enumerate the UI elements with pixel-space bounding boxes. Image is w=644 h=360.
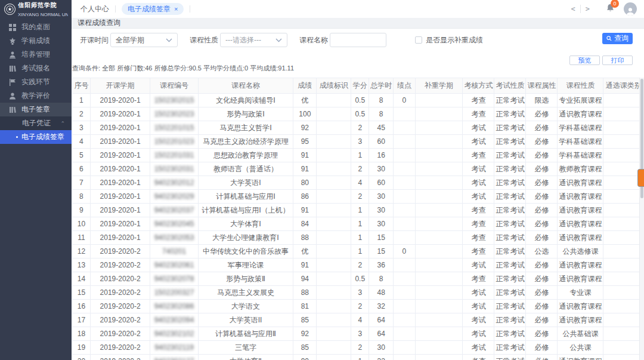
table-cell: 2019-2020-1 bbox=[90, 121, 150, 135]
table-cell: 形势与政策Ⅰ bbox=[198, 107, 293, 121]
table-row[interactable]: 112019-2020-19402302053大学生心理健康教育Ⅰ88115考查… bbox=[73, 231, 644, 245]
course-name-filter-label: 课程名称 bbox=[299, 33, 328, 47]
table-cell: 公共课 bbox=[558, 341, 603, 355]
sidebar-item[interactable]: 培养管理 bbox=[0, 48, 72, 61]
table-cell: 必修 bbox=[526, 176, 558, 190]
table-cell: 3 bbox=[351, 327, 369, 341]
avatar[interactable] bbox=[624, 2, 637, 16]
semester-select[interactable]: 全部学期 bbox=[110, 33, 178, 47]
sidebar-item-evoucher[interactable]: 电子凭证 ⌃ bbox=[0, 116, 72, 130]
table-row[interactable]: 22019-2020-11502302023形势与政策Ⅰ1000.58考查正常考… bbox=[73, 107, 644, 121]
table-row[interactable]: 52019-2020-11502201031思想政治教育学原理91116考查正常… bbox=[73, 149, 644, 162]
table-cell: 计算机基础与应用Ⅰ bbox=[198, 190, 293, 204]
table-cell: 2019-2020-1 bbox=[90, 149, 150, 162]
table-cell: 必修 bbox=[526, 286, 558, 300]
breadcrumb[interactable]: 个人中心 bbox=[80, 4, 109, 14]
column-header: 通选课类别 bbox=[603, 78, 644, 94]
table-row[interactable]: 102019-2020-19402302045大学体育Ⅰ84130考查正常考试必… bbox=[73, 217, 644, 231]
preview-button[interactable]: 预览 bbox=[569, 56, 600, 65]
table-cell: 14 bbox=[73, 272, 91, 286]
table-cell: 通识教育课程 bbox=[558, 272, 603, 286]
table-cell: 1502201031 bbox=[150, 149, 198, 162]
sidebar-item[interactable]: 考试报名 bbox=[0, 61, 72, 75]
table-cell: 0.5 bbox=[351, 272, 369, 286]
table-row[interactable]: 72019-2020-19402302012大学英语I80460考试正常考试必修… bbox=[73, 176, 644, 190]
table-cell: 2019-2020-1 bbox=[90, 94, 150, 107]
table-cell: 教师语言（普通话） bbox=[198, 162, 293, 176]
table-cell: 18 bbox=[73, 327, 91, 341]
chevron-up-icon[interactable]: ⌃ bbox=[60, 121, 65, 127]
table-cell: 优 bbox=[293, 245, 317, 259]
search-button[interactable]: 查询 bbox=[602, 33, 633, 44]
side-float-widget[interactable] bbox=[637, 169, 644, 187]
table-cell: 必修 bbox=[526, 231, 558, 245]
vertical-scrollbar[interactable] bbox=[639, 78, 644, 360]
table-cell: 91 bbox=[293, 204, 317, 217]
table-row[interactable]: 82019-2020-19402302029计算机基础与应用Ⅰ86230考试正常… bbox=[73, 190, 644, 204]
notification-badge: 0 bbox=[611, 0, 619, 8]
table-row[interactable]: 142019-2020-29402302078形势与政策Ⅱ940.58考查正常考… bbox=[73, 272, 644, 286]
table-cell: 9402302061 bbox=[150, 259, 198, 272]
table-cell: 4 bbox=[351, 313, 369, 327]
sidebar-item[interactable]: 我的桌面 bbox=[0, 20, 72, 34]
column-header: 课程名称 bbox=[198, 78, 293, 94]
course-name-input[interactable] bbox=[330, 33, 386, 47]
sidebar-item-egrade-seal[interactable]: 电子成绩签章 bbox=[0, 130, 72, 144]
course-nature-select[interactable]: ---请选择--- bbox=[220, 33, 287, 47]
show-makeup-checkbox[interactable] bbox=[415, 36, 422, 44]
table-cell bbox=[603, 300, 644, 313]
notification-bell-icon[interactable]: 0 bbox=[605, 3, 615, 15]
table-cell: 15 bbox=[369, 245, 394, 259]
sidebar-item[interactable]: 实践环节 bbox=[0, 75, 72, 89]
table-row[interactable]: 12019-2020-11502302015文化经典阅读辅导Ⅰ优0.580考查正… bbox=[73, 94, 644, 107]
table-body: 12019-2020-11502302015文化经典阅读辅导Ⅰ优0.580考查正… bbox=[73, 94, 644, 360]
table-row[interactable]: 192019-2020-29402302119三笔字85230考试正常考试必修公… bbox=[73, 341, 644, 355]
table-row[interactable]: 152019-2020-21502200327马克思主义发展史88348考试正常… bbox=[73, 286, 644, 300]
table-cell bbox=[415, 355, 463, 360]
table-row[interactable]: 42019-2020-11502201023马克思主义政治经济学原理95360考… bbox=[73, 135, 644, 149]
table-cell: 正常考试 bbox=[494, 286, 526, 300]
table-cell: 计算机基础与应用Ⅰ（上机） bbox=[198, 204, 293, 217]
table-cell: 10 bbox=[73, 217, 91, 231]
table-cell bbox=[317, 286, 351, 300]
table-cell: 2 bbox=[351, 300, 369, 313]
table-row[interactable]: 172019-2020-29402302094大学英语II85464考试正常考试… bbox=[73, 313, 644, 327]
table-cell: 军事理论课 bbox=[198, 259, 293, 272]
table-cell bbox=[603, 355, 644, 360]
table-cell: 9402302053 bbox=[150, 231, 198, 245]
table-cell bbox=[415, 217, 463, 231]
table-cell bbox=[415, 327, 463, 341]
table-cell: 1 bbox=[351, 231, 369, 245]
table-row[interactable]: 122019-2020-2740201中华传统文化中的音乐故事优1150考查正常… bbox=[73, 245, 644, 259]
table-cell: 优 bbox=[293, 94, 317, 107]
sidebar-item[interactable]: 学籍成绩 bbox=[0, 34, 72, 48]
chevron-right-icon[interactable]: > bbox=[581, 5, 595, 13]
table-row[interactable]: 202019-2020-29402302127大学体育Ⅱ90132考查正常考试必… bbox=[73, 355, 644, 360]
print-button[interactable]: 打印 bbox=[602, 56, 633, 65]
table-cell: 92 bbox=[293, 121, 317, 135]
table-cell: 通识教育课程 bbox=[558, 217, 603, 231]
table-cell bbox=[394, 327, 416, 341]
sidebar-item[interactable]: 教学评价 bbox=[0, 89, 72, 103]
table-cell: 3 bbox=[351, 135, 369, 149]
sidebar: 信阳师范学院 XINYANG NORMAL UNIVERSITY 我的桌面学籍成… bbox=[0, 0, 72, 360]
table-row[interactable]: 182019-2020-29402302102计算机基础与应用Ⅱ92364考试正… bbox=[73, 327, 644, 341]
table-row[interactable]: 92019-2020-19402302037计算机基础与应用Ⅰ（上机）91130… bbox=[73, 204, 644, 217]
table-row[interactable]: 162019-2020-29402302086大学语文81232考试正常考试必修… bbox=[73, 300, 644, 313]
table-row[interactable]: 62019-2020-11502302031教师语言（普通话）91230考试正常… bbox=[73, 162, 644, 176]
sidebar-item[interactable]: 电子签章 bbox=[0, 103, 72, 116]
semester-filter-label: 开课时间 bbox=[80, 33, 109, 47]
table-cell: 必修 bbox=[526, 204, 558, 217]
chevron-left-icon[interactable]: < bbox=[566, 5, 580, 13]
table-row[interactable]: 132019-2020-29402302061军事理论课91236考试正常考试必… bbox=[73, 259, 644, 272]
table-cell bbox=[317, 355, 351, 360]
teacher-icon bbox=[8, 51, 16, 59]
table-row[interactable]: 32019-2020-11502201015马克思主义哲学Ⅰ92245考试正常考… bbox=[73, 121, 644, 135]
tab-egrade-seal[interactable]: 电子成绩签章 × bbox=[122, 3, 184, 15]
table-cell: 三笔字 bbox=[198, 341, 293, 355]
table-cell: 考试 bbox=[463, 259, 494, 272]
table-cell: 正常考试 bbox=[494, 355, 526, 360]
table-cell: 中华传统文化中的音乐故事 bbox=[198, 245, 293, 259]
table-cell: 正常考试 bbox=[494, 231, 526, 245]
close-icon[interactable]: × bbox=[174, 5, 178, 13]
